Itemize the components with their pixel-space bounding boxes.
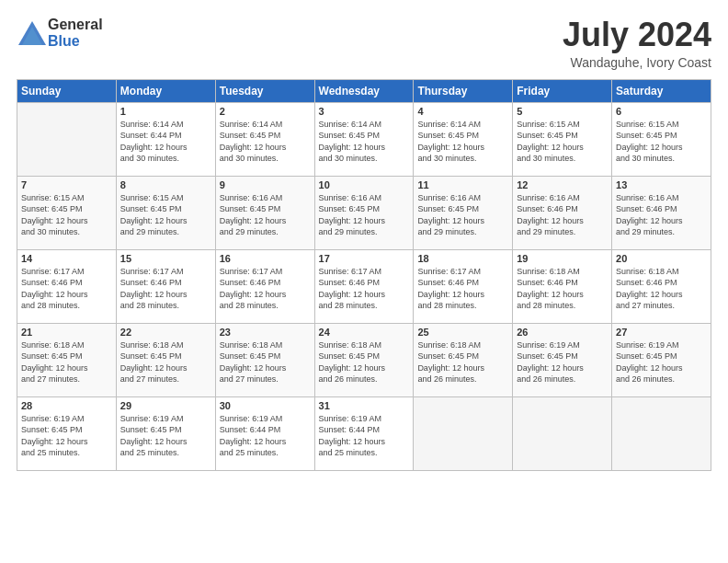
day-info: Sunrise: 6:14 AM Sunset: 6:45 PM Dayligh… <box>220 119 311 165</box>
day-number: 17 <box>319 253 410 264</box>
calendar-table: Sunday Monday Tuesday Wednesday Thursday… <box>17 79 711 471</box>
col-wednesday: Wednesday <box>314 79 414 102</box>
day-info: Sunrise: 6:14 AM Sunset: 6:45 PM Dayligh… <box>417 119 508 165</box>
day-info: Sunrise: 6:18 AM Sunset: 6:45 PM Dayligh… <box>120 339 211 385</box>
day-number: 25 <box>417 327 508 338</box>
logo-icon <box>17 19 44 47</box>
calendar-week-row-5: 28Sunrise: 6:19 AM Sunset: 6:45 PM Dayli… <box>17 396 711 470</box>
calendar-cell: 15Sunrise: 6:17 AM Sunset: 6:46 PM Dayli… <box>116 249 215 323</box>
day-info: Sunrise: 6:16 AM Sunset: 6:45 PM Dayligh… <box>417 192 508 238</box>
day-info: Sunrise: 6:19 AM Sunset: 6:45 PM Dayligh… <box>120 413 211 459</box>
day-info: Sunrise: 6:16 AM Sunset: 6:45 PM Dayligh… <box>319 192 410 238</box>
col-monday: Monday <box>116 79 215 102</box>
day-info: Sunrise: 6:19 AM Sunset: 6:45 PM Dayligh… <box>616 339 707 385</box>
day-number: 7 <box>21 179 112 190</box>
day-info: Sunrise: 6:14 AM Sunset: 6:45 PM Dayligh… <box>319 119 410 165</box>
calendar-cell <box>414 396 513 470</box>
calendar-cell: 18Sunrise: 6:17 AM Sunset: 6:46 PM Dayli… <box>414 249 513 323</box>
calendar-cell: 11Sunrise: 6:16 AM Sunset: 6:45 PM Dayli… <box>414 176 513 249</box>
calendar-cell: 31Sunrise: 6:19 AM Sunset: 6:44 PM Dayli… <box>314 396 414 470</box>
day-info: Sunrise: 6:19 AM Sunset: 6:45 PM Dayligh… <box>21 413 112 459</box>
calendar-cell: 1Sunrise: 6:14 AM Sunset: 6:44 PM Daylig… <box>116 102 215 176</box>
calendar-cell: 17Sunrise: 6:17 AM Sunset: 6:46 PM Dayli… <box>314 249 414 323</box>
day-info: Sunrise: 6:17 AM Sunset: 6:46 PM Dayligh… <box>120 266 211 312</box>
day-info: Sunrise: 6:16 AM Sunset: 6:46 PM Dayligh… <box>616 192 707 238</box>
calendar-cell: 4Sunrise: 6:14 AM Sunset: 6:45 PM Daylig… <box>414 102 513 176</box>
calendar-cell: 8Sunrise: 6:15 AM Sunset: 6:45 PM Daylig… <box>116 176 215 249</box>
day-info: Sunrise: 6:17 AM Sunset: 6:46 PM Dayligh… <box>319 266 410 312</box>
day-info: Sunrise: 6:19 AM Sunset: 6:44 PM Dayligh… <box>319 413 410 459</box>
col-sunday: Sunday <box>17 79 117 102</box>
day-info: Sunrise: 6:15 AM Sunset: 6:45 PM Dayligh… <box>517 119 608 165</box>
col-friday: Friday <box>513 79 612 102</box>
calendar-cell <box>513 396 612 470</box>
calendar-cell: 13Sunrise: 6:16 AM Sunset: 6:46 PM Dayli… <box>612 176 711 249</box>
day-info: Sunrise: 6:15 AM Sunset: 6:45 PM Dayligh… <box>21 192 112 238</box>
calendar-cell <box>612 396 711 470</box>
calendar-week-row-4: 21Sunrise: 6:18 AM Sunset: 6:45 PM Dayli… <box>17 323 711 396</box>
day-number: 31 <box>319 400 410 411</box>
day-number: 14 <box>21 253 112 264</box>
col-tuesday: Tuesday <box>215 79 314 102</box>
calendar-cell: 21Sunrise: 6:18 AM Sunset: 6:45 PM Dayli… <box>17 323 117 396</box>
day-number: 22 <box>120 327 211 338</box>
day-info: Sunrise: 6:16 AM Sunset: 6:45 PM Dayligh… <box>220 192 311 238</box>
calendar-cell: 14Sunrise: 6:17 AM Sunset: 6:46 PM Dayli… <box>17 249 117 323</box>
day-number: 1 <box>120 106 211 117</box>
logo: General Blue <box>17 17 103 49</box>
calendar-cell: 25Sunrise: 6:18 AM Sunset: 6:45 PM Dayli… <box>414 323 513 396</box>
calendar-week-row-2: 7Sunrise: 6:15 AM Sunset: 6:45 PM Daylig… <box>17 176 711 249</box>
day-info: Sunrise: 6:19 AM Sunset: 6:44 PM Dayligh… <box>220 413 311 459</box>
calendar-header-row: Sunday Monday Tuesday Wednesday Thursday… <box>17 79 711 102</box>
day-number: 8 <box>120 179 211 190</box>
logo-general-text: General <box>48 17 103 33</box>
day-info: Sunrise: 6:18 AM Sunset: 6:45 PM Dayligh… <box>319 339 410 385</box>
day-info: Sunrise: 6:15 AM Sunset: 6:45 PM Dayligh… <box>120 192 211 238</box>
day-number: 29 <box>120 400 211 411</box>
day-number: 6 <box>616 106 707 117</box>
calendar-cell: 16Sunrise: 6:17 AM Sunset: 6:46 PM Dayli… <box>215 249 314 323</box>
day-number: 3 <box>319 106 410 117</box>
logo-blue-text: Blue <box>48 33 103 50</box>
calendar-cell: 6Sunrise: 6:15 AM Sunset: 6:45 PM Daylig… <box>612 102 711 176</box>
day-number: 12 <box>517 179 608 190</box>
calendar-week-row-3: 14Sunrise: 6:17 AM Sunset: 6:46 PM Dayli… <box>17 249 711 323</box>
day-info: Sunrise: 6:18 AM Sunset: 6:45 PM Dayligh… <box>417 339 508 385</box>
calendar-cell: 19Sunrise: 6:18 AM Sunset: 6:46 PM Dayli… <box>513 249 612 323</box>
day-info: Sunrise: 6:17 AM Sunset: 6:46 PM Dayligh… <box>21 266 112 312</box>
calendar-cell: 24Sunrise: 6:18 AM Sunset: 6:45 PM Dayli… <box>314 323 414 396</box>
day-number: 21 <box>21 327 112 338</box>
calendar-cell: 30Sunrise: 6:19 AM Sunset: 6:44 PM Dayli… <box>215 396 314 470</box>
day-number: 20 <box>616 253 707 264</box>
calendar-cell: 23Sunrise: 6:18 AM Sunset: 6:45 PM Dayli… <box>215 323 314 396</box>
day-info: Sunrise: 6:17 AM Sunset: 6:46 PM Dayligh… <box>220 266 311 312</box>
calendar-cell: 28Sunrise: 6:19 AM Sunset: 6:45 PM Dayli… <box>17 396 117 470</box>
calendar-cell: 22Sunrise: 6:18 AM Sunset: 6:45 PM Dayli… <box>116 323 215 396</box>
calendar-cell <box>17 102 117 176</box>
calendar-cell: 10Sunrise: 6:16 AM Sunset: 6:45 PM Dayli… <box>314 176 414 249</box>
col-saturday: Saturday <box>612 79 711 102</box>
day-info: Sunrise: 6:19 AM Sunset: 6:45 PM Dayligh… <box>517 339 608 385</box>
day-number: 26 <box>517 327 608 338</box>
day-number: 16 <box>220 253 311 264</box>
calendar-cell: 29Sunrise: 6:19 AM Sunset: 6:45 PM Dayli… <box>116 396 215 470</box>
title-block: July 2024 Wandaguhe, Ivory Coast <box>563 17 711 70</box>
calendar-cell: 26Sunrise: 6:19 AM Sunset: 6:45 PM Dayli… <box>513 323 612 396</box>
day-number: 18 <box>417 253 508 264</box>
day-info: Sunrise: 6:16 AM Sunset: 6:46 PM Dayligh… <box>517 192 608 238</box>
day-info: Sunrise: 6:18 AM Sunset: 6:46 PM Dayligh… <box>616 266 707 312</box>
location-title: Wandaguhe, Ivory Coast <box>563 55 711 70</box>
calendar-cell: 7Sunrise: 6:15 AM Sunset: 6:45 PM Daylig… <box>17 176 117 249</box>
day-number: 24 <box>319 327 410 338</box>
calendar-cell: 12Sunrise: 6:16 AM Sunset: 6:46 PM Dayli… <box>513 176 612 249</box>
day-info: Sunrise: 6:14 AM Sunset: 6:44 PM Dayligh… <box>120 119 211 165</box>
day-number: 30 <box>220 400 311 411</box>
day-number: 2 <box>220 106 311 117</box>
day-number: 23 <box>220 327 311 338</box>
day-number: 27 <box>616 327 707 338</box>
day-info: Sunrise: 6:18 AM Sunset: 6:45 PM Dayligh… <box>21 339 112 385</box>
calendar-cell: 9Sunrise: 6:16 AM Sunset: 6:45 PM Daylig… <box>215 176 314 249</box>
calendar-cell: 20Sunrise: 6:18 AM Sunset: 6:46 PM Dayli… <box>612 249 711 323</box>
calendar-cell: 27Sunrise: 6:19 AM Sunset: 6:45 PM Dayli… <box>612 323 711 396</box>
page: General Blue July 2024 Wandaguhe, Ivory … <box>0 0 728 563</box>
